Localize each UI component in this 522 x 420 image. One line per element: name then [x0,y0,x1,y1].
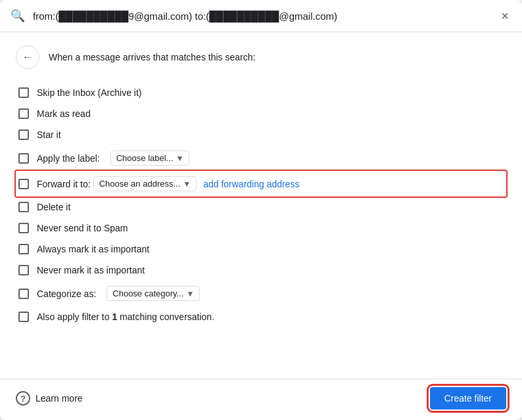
footer: ? Learn more Create filter [0,379,522,420]
checkbox-skip-inbox[interactable] [18,87,29,98]
choose-label-arrow: ▼ [176,154,183,163]
option-mark-read: Mark as read [16,103,506,124]
label-categorize: Categorize as: [37,289,96,299]
checkbox-never-spam[interactable] [18,223,29,233]
learn-more-text: Learn more [36,393,83,404]
back-button[interactable]: ← [16,45,39,69]
choose-category-arrow: ▼ [186,289,194,298]
checkbox-mark-read[interactable] [18,108,29,119]
search-query: from:(██████████9@gmail.com) to:(███████… [33,11,490,22]
checkbox-always-important[interactable] [18,244,29,254]
header-description: When a message arrives that matches this… [49,52,255,62]
choose-category-dropdown[interactable]: Choose category... ▼ [107,286,200,301]
checkbox-apply-filter[interactable] [18,312,29,322]
create-filter-button[interactable]: Create filter [430,387,506,409]
option-categorize: Categorize as: Choose category... ▼ [16,281,506,306]
label-never-important: Never mark it as important [37,265,145,275]
label-never-spam: Never send it to Spam [37,223,128,233]
checkbox-never-important[interactable] [18,265,29,275]
option-skip-inbox: Skip the Inbox (Archive it) [16,82,506,103]
choose-address-dropdown[interactable]: Choose an address... ▼ [93,176,197,191]
option-always-important: Always mark it as important [16,239,506,260]
options-list: Skip the Inbox (Archive it) Mark as read… [16,82,506,327]
content-area: ← When a message arrives that matches th… [0,32,522,379]
option-star-it: Star it [16,124,506,145]
add-forwarding-link[interactable]: add forwarding address [203,179,299,189]
label-skip-inbox: Skip the Inbox (Archive it) [37,87,142,98]
label-always-important: Always mark it as important [37,244,149,254]
search-bar: 🔍 from:(██████████9@gmail.com) to:(█████… [0,0,522,32]
label-star-it: Star it [37,129,61,140]
choose-label-dropdown[interactable]: Choose label... ▼ [110,151,190,166]
option-never-important: Never mark it as important [16,260,506,281]
filter-dialog: 🔍 from:(██████████9@gmail.com) to:(█████… [0,0,522,420]
checkbox-star-it[interactable] [18,129,29,140]
label-delete-it: Delete it [37,202,70,212]
checkbox-delete-it[interactable] [18,202,29,212]
choose-address-arrow: ▼ [183,179,191,189]
label-mark-read: Mark as read [37,108,91,119]
header-row: ← When a message arrives that matches th… [16,45,506,69]
option-apply-label: Apply the label: Choose label... ▼ [16,145,506,171]
forward-row-inner: Forward it to: Choose an address... ▼ ad… [37,176,299,191]
choose-label-text: Choose label... [116,153,174,163]
option-delete-it: Delete it [16,197,506,218]
checkbox-forward-it[interactable] [18,179,29,189]
checkbox-apply-label[interactable] [18,153,29,164]
choose-address-text: Choose an address... [99,179,181,189]
label-forward-it: Forward it to: [37,179,91,189]
option-forward-it: Forward it to: Choose an address... ▼ ad… [16,171,506,197]
label-apply-label: Apply the label: [37,153,100,164]
search-icon: 🔍 [11,9,25,23]
help-icon[interactable]: ? [16,391,30,406]
option-never-spam: Never send it to Spam [16,218,506,239]
learn-more-row: ? Learn more [16,391,83,406]
checkbox-categorize[interactable] [18,289,29,299]
close-button[interactable]: × [498,7,511,25]
label-apply-filter: Also apply filter to 1 matching conversa… [37,312,214,322]
choose-category-text: Choose category... [112,289,183,298]
option-apply-filter: Also apply filter to 1 matching conversa… [16,306,506,327]
